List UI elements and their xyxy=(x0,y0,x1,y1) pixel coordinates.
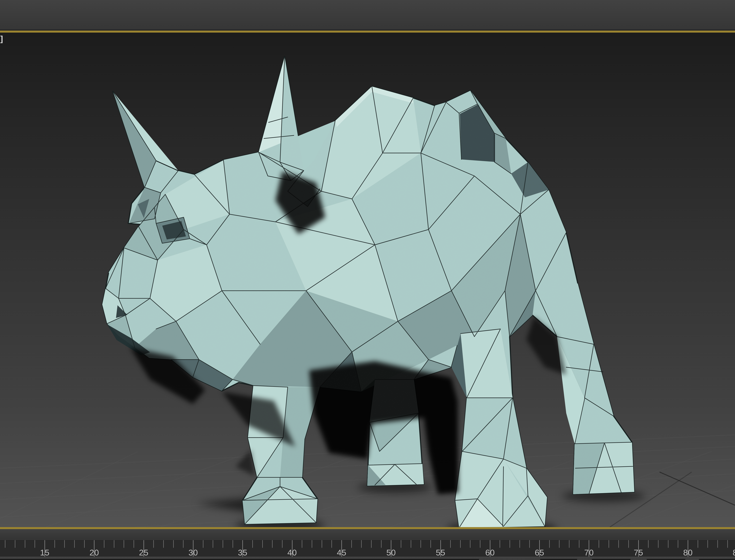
timeline-minor-tick xyxy=(500,540,500,548)
active-viewport-border-top xyxy=(0,31,735,33)
timeline-minor-tick xyxy=(707,540,708,548)
timeline-minor-tick xyxy=(74,540,75,548)
timeline-tick-label: 15 xyxy=(33,548,57,557)
timeline-minor-tick xyxy=(401,540,401,548)
timeline-minor-tick xyxy=(668,540,668,548)
timeline-tick-label: 40 xyxy=(280,548,304,557)
timeline-minor-tick xyxy=(520,540,520,548)
timeline-minor-tick xyxy=(698,540,698,548)
timeline-minor-tick xyxy=(35,540,35,548)
timeline-tick-label: 45 xyxy=(329,548,354,557)
timeline-minor-tick xyxy=(203,540,203,548)
timeline-minor-tick xyxy=(658,540,658,548)
viewport-scene xyxy=(0,33,735,527)
timeline-tick-label: 25 xyxy=(131,548,156,557)
timeline-minor-tick xyxy=(559,540,559,548)
application-window: ] xyxy=(0,0,735,560)
status-strip-segment xyxy=(540,559,577,560)
timeline-minor-tick xyxy=(678,540,678,548)
timeline-minor-tick xyxy=(25,540,25,548)
status-strip-segment xyxy=(0,559,479,560)
timeline-minor-tick xyxy=(282,540,282,548)
timeline-minor-tick xyxy=(312,540,312,548)
timeline-minor-tick xyxy=(717,540,718,548)
status-strip-segment xyxy=(699,559,735,560)
timeline-minor-tick xyxy=(134,540,134,548)
timeline-minor-tick xyxy=(104,540,104,548)
timeline-minor-tick xyxy=(153,540,154,548)
timeline-minor-tick xyxy=(54,540,55,548)
timeline-tick-label: 60 xyxy=(478,548,502,557)
timeline-minor-tick xyxy=(124,540,124,548)
timeline-minor-tick xyxy=(648,540,649,548)
timeline-minor-tick xyxy=(599,540,599,548)
timeline-minor-tick xyxy=(470,540,470,548)
status-strip xyxy=(0,557,735,560)
status-strip-segment xyxy=(592,559,630,560)
bull-model[interactable] xyxy=(92,46,645,527)
timeline-minor-tick xyxy=(183,540,183,548)
timeline-tick-label: 85 xyxy=(725,548,735,557)
timeline-minor-tick xyxy=(411,540,411,548)
timeline-minor-tick xyxy=(609,540,609,548)
timeline-minor-tick xyxy=(64,540,65,548)
timeline-minor-tick xyxy=(331,540,332,548)
status-strip-segment xyxy=(647,559,685,560)
active-viewport-border-bottom xyxy=(0,527,735,529)
timeline-minor-tick xyxy=(252,540,253,548)
timeline-minor-tick xyxy=(618,540,619,548)
timeline-tick-label: 30 xyxy=(181,548,206,557)
timeline-minor-tick xyxy=(529,540,530,548)
timeline-minor-tick xyxy=(628,540,629,548)
timeline-minor-tick xyxy=(84,540,85,548)
timeline-minor-tick xyxy=(480,540,480,548)
timeline-tick-label: 50 xyxy=(379,548,403,557)
timeline-track-bar[interactable]: 152025303540455055606570758085 xyxy=(0,539,735,557)
timeline-tick-label: 70 xyxy=(577,548,601,557)
timeline-minor-tick xyxy=(302,540,302,548)
timeline-minor-tick xyxy=(262,540,263,548)
timeline-tick-label: 20 xyxy=(82,548,107,557)
timeline-minor-tick xyxy=(213,540,213,548)
timeline-minor-tick xyxy=(381,540,382,548)
3d-viewport[interactable]: ] xyxy=(0,33,735,527)
timeline-minor-tick xyxy=(351,540,352,548)
timeline-minor-tick xyxy=(322,540,322,548)
timeline-minor-tick xyxy=(173,540,174,548)
time-slider-strip[interactable] xyxy=(0,529,735,539)
timeline-minor-tick xyxy=(163,540,164,548)
timeline-minor-tick xyxy=(510,540,510,548)
timeline-minor-tick xyxy=(450,540,451,548)
timeline-tick-label: 55 xyxy=(428,548,453,557)
timeline-tick-label: 35 xyxy=(230,548,255,557)
timeline-minor-tick xyxy=(549,540,550,548)
timeline-minor-tick xyxy=(361,540,362,548)
timeline-minor-tick xyxy=(460,540,461,548)
timeline-tick-label: 75 xyxy=(626,548,651,557)
timeline-minor-tick xyxy=(15,540,15,548)
timeline-minor-tick xyxy=(5,540,5,548)
timeline-tick-label: 65 xyxy=(527,548,552,557)
timeline-minor-tick xyxy=(371,540,372,548)
timeline-minor-tick xyxy=(233,540,233,548)
timeline-minor-tick xyxy=(223,540,223,548)
timeline-minor-tick xyxy=(114,540,114,548)
timeline-minor-tick xyxy=(421,540,421,548)
timeline-tick-label: 80 xyxy=(676,548,700,557)
timeline-minor-tick xyxy=(272,540,273,548)
timeline-minor-tick xyxy=(727,540,728,548)
timeline-minor-tick xyxy=(569,540,569,548)
timeline-minor-tick xyxy=(579,540,579,548)
toolbar-strip xyxy=(0,0,735,31)
timeline-minor-tick xyxy=(430,540,431,548)
